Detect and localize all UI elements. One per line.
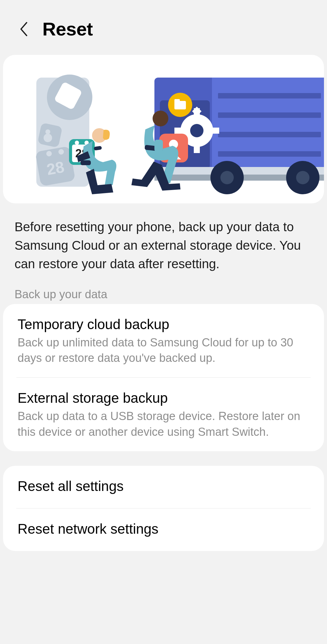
svg-point-32 <box>220 171 234 184</box>
svg-rect-26 <box>174 99 180 103</box>
svg-text:28: 28 <box>45 158 66 178</box>
svg-point-4 <box>45 129 50 134</box>
svg-point-34 <box>296 171 309 184</box>
reset-options-card: Reset all settings Reset network setting… <box>3 466 324 551</box>
option-title: Reset network settings <box>18 521 309 537</box>
intro-text: Before resetting your phone, back up you… <box>0 203 327 282</box>
svg-point-9 <box>58 149 64 155</box>
svg-point-18 <box>190 124 203 137</box>
option-temporary-cloud-backup[interactable]: Temporary cloud backup Back up unlimited… <box>3 304 324 378</box>
illustration-card: 28 <box>3 55 324 203</box>
svg-rect-13 <box>218 112 321 118</box>
header: Reset <box>0 0 327 55</box>
svg-point-8 <box>46 151 52 156</box>
svg-rect-40 <box>94 146 102 151</box>
option-external-storage-backup[interactable]: External storage backup Back up data to … <box>3 378 324 451</box>
back-button[interactable] <box>15 20 33 38</box>
backup-options-card: Temporary cloud backup Back up unlimited… <box>3 304 324 451</box>
svg-point-37 <box>75 141 79 145</box>
option-reset-all-settings[interactable]: Reset all settings <box>3 466 324 508</box>
option-title: External storage backup <box>18 390 309 406</box>
option-reset-network-settings[interactable]: Reset network settings <box>3 509 324 551</box>
option-desc: Back up unlimited data to Samsung Cloud … <box>18 335 309 366</box>
svg-rect-20 <box>194 145 200 153</box>
chevron-left-icon <box>19 22 30 36</box>
svg-rect-15 <box>218 151 321 157</box>
section-label-backup: Back up your data <box>0 282 327 304</box>
svg-rect-41 <box>81 160 91 165</box>
option-desc: Back up data to a USB storage device. Re… <box>18 409 309 440</box>
svg-rect-21 <box>174 128 183 134</box>
svg-rect-12 <box>218 93 321 98</box>
option-title: Temporary cloud backup <box>18 316 309 332</box>
option-title: Reset all settings <box>18 478 309 494</box>
svg-rect-44 <box>154 140 163 152</box>
backup-illustration: 28 <box>3 55 324 203</box>
svg-rect-22 <box>211 128 219 134</box>
page-title: Reset <box>42 18 93 40</box>
svg-point-5 <box>44 134 52 142</box>
svg-rect-14 <box>218 132 321 137</box>
svg-point-42 <box>153 111 168 126</box>
